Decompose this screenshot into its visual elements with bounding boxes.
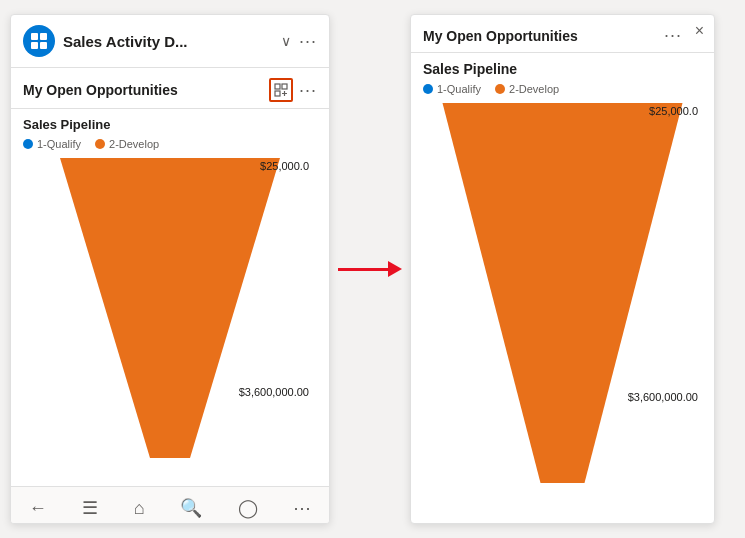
right-chart-area: Sales Pipeline 1-Qualify 2-Develop $25,0… [411,53,714,523]
app-icon [23,25,55,57]
widget-more-icon[interactable]: ··· [299,81,317,99]
right-develop-label: 2-Develop [509,83,559,95]
right-legend-item-develop: 2-Develop [495,83,559,95]
expand-icon [274,83,288,97]
right-funnel-container: $25,000.0 $3,600,000.00 [423,103,702,503]
qualify-dot [23,139,33,149]
right-funnel-label-bottom: $3,600,000.00 [628,391,698,403]
widget-title: My Open Opportunities [23,82,178,98]
arrow-line [338,261,402,277]
right-funnel-chart [423,103,702,493]
nav-menu-icon[interactable]: ☰ [82,497,98,519]
svg-rect-5 [282,84,287,89]
right-panel-title: My Open Opportunities [423,28,578,44]
bottom-nav: ← ☰ ⌂ 🔍 ◯ ⋯ [11,486,329,524]
widget-section: My Open Opportunities ··· [11,68,329,109]
svg-marker-10 [443,103,683,483]
widget-actions: ··· [269,78,317,102]
svg-rect-3 [40,42,47,49]
left-funnel-chart [23,158,317,468]
arrow-shaft [338,268,388,271]
chevron-down-icon[interactable]: ∨ [281,33,291,49]
nav-more-icon[interactable]: ⋯ [293,497,311,519]
left-funnel-container: $25,000.0 $3,600,000.00 [23,158,317,478]
right-panel-more-icon[interactable]: ··· [664,25,682,46]
panel-title: Sales Activity D... [63,33,273,50]
close-button[interactable]: × [695,23,704,39]
svg-rect-6 [275,91,280,96]
app-logo-icon [29,31,49,51]
right-panel: × My Open Opportunities ··· Sales Pipeli… [410,14,715,524]
left-funnel-label-top: $25,000.0 [260,160,309,172]
right-legend-item-qualify: 1-Qualify [423,83,481,95]
arrow-head [388,261,402,277]
develop-label: 2-Develop [109,138,159,150]
right-legend: 1-Qualify 2-Develop [423,83,702,95]
nav-search-icon[interactable]: 🔍 [180,497,202,519]
nav-back-icon[interactable]: ← [29,498,47,519]
right-chart-subtitle: Sales Pipeline [423,61,702,77]
nav-home-icon[interactable]: ⌂ [134,498,145,519]
svg-rect-2 [31,42,38,49]
chart-subtitle: Sales Pipeline [23,117,317,132]
svg-rect-4 [275,84,280,89]
svg-rect-0 [31,33,38,40]
develop-dot [95,139,105,149]
legend-item-qualify: 1-Qualify [23,138,81,150]
right-develop-dot [495,84,505,94]
right-qualify-dot [423,84,433,94]
right-qualify-label: 1-Qualify [437,83,481,95]
nav-activity-icon[interactable]: ◯ [238,497,258,519]
svg-marker-9 [60,158,280,458]
qualify-label: 1-Qualify [37,138,81,150]
left-funnel-label-bottom: $3,600,000.00 [239,386,309,398]
widget-row: My Open Opportunities ··· [23,78,317,102]
legend: 1-Qualify 2-Develop [23,138,317,150]
chart-area: Sales Pipeline 1-Qualify 2-Develop $25,0… [11,109,329,486]
expand-button[interactable] [269,78,293,102]
expand-arrow [330,14,410,524]
legend-item-develop: 2-Develop [95,138,159,150]
panel-header: Sales Activity D... ∨ ··· [11,15,329,68]
svg-rect-1 [40,33,47,40]
panel-more-icon[interactable]: ··· [299,31,317,52]
left-panel: Sales Activity D... ∨ ··· My Open Opport… [10,14,330,524]
right-funnel-label-top: $25,000.0 [649,105,698,117]
right-panel-header: My Open Opportunities ··· [411,15,714,53]
